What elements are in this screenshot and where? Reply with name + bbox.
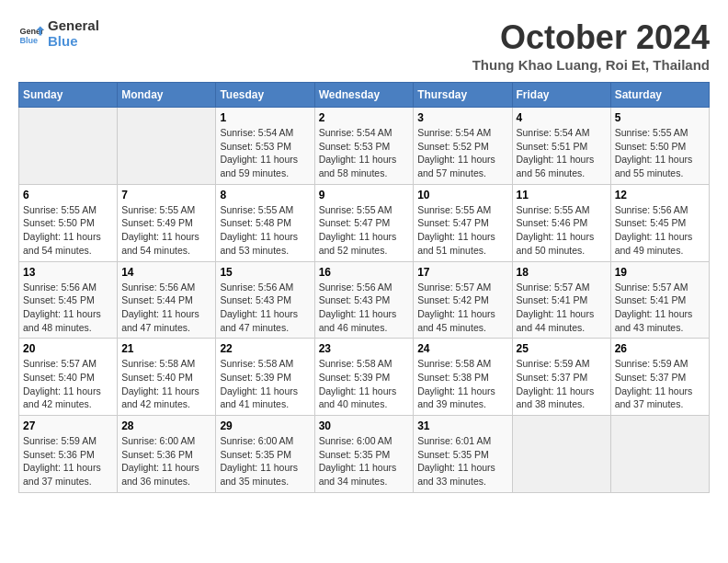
calendar-cell: 26Sunrise: 5:59 AMSunset: 5:37 PMDayligh… xyxy=(610,339,709,416)
calendar-cell: 2Sunrise: 5:54 AMSunset: 5:53 PMDaylight… xyxy=(314,108,414,185)
day-info: Sunrise: 5:57 AMSunset: 5:41 PMDaylight:… xyxy=(517,281,607,335)
day-info: Sunrise: 5:56 AMSunset: 5:43 PMDaylight:… xyxy=(220,281,310,335)
day-info: Sunrise: 5:57 AMSunset: 5:40 PMDaylight:… xyxy=(23,357,113,411)
day-number: 14 xyxy=(121,266,211,279)
weekday-header: Sunday xyxy=(19,83,118,108)
calendar-cell: 25Sunrise: 5:59 AMSunset: 5:37 PMDayligh… xyxy=(512,339,610,416)
calendar-cell: 20Sunrise: 5:57 AMSunset: 5:40 PMDayligh… xyxy=(19,339,118,416)
day-number: 22 xyxy=(220,342,310,355)
calendar-cell: 22Sunrise: 5:58 AMSunset: 5:39 PMDayligh… xyxy=(216,339,314,416)
day-number: 8 xyxy=(220,189,310,201)
day-number: 19 xyxy=(615,266,705,279)
page-header: General Blue General Blue October 2024 T… xyxy=(18,18,710,73)
calendar-cell: 13Sunrise: 5:56 AMSunset: 5:45 PMDayligh… xyxy=(19,261,118,339)
day-info: Sunrise: 5:59 AMSunset: 5:37 PMDaylight:… xyxy=(615,357,705,411)
day-number: 3 xyxy=(417,111,507,124)
day-number: 2 xyxy=(319,111,410,124)
calendar-cell: 16Sunrise: 5:56 AMSunset: 5:43 PMDayligh… xyxy=(314,261,414,339)
calendar-week-row: 27Sunrise: 5:59 AMSunset: 5:36 PMDayligh… xyxy=(19,416,710,493)
calendar-week-row: 13Sunrise: 5:56 AMSunset: 5:45 PMDayligh… xyxy=(19,261,710,339)
weekday-header: Thursday xyxy=(414,83,512,108)
calendar-cell: 5Sunrise: 5:55 AMSunset: 5:50 PMDaylight… xyxy=(610,108,709,185)
day-info: Sunrise: 5:57 AMSunset: 5:42 PMDaylight:… xyxy=(417,281,507,335)
day-number: 30 xyxy=(319,419,410,432)
calendar-cell: 28Sunrise: 6:00 AMSunset: 5:36 PMDayligh… xyxy=(118,416,216,493)
day-number: 11 xyxy=(517,189,607,201)
day-number: 1 xyxy=(220,111,310,124)
day-info: Sunrise: 5:56 AMSunset: 5:45 PMDaylight:… xyxy=(615,203,705,258)
day-number: 18 xyxy=(517,266,607,279)
calendar-cell: 12Sunrise: 5:56 AMSunset: 5:45 PMDayligh… xyxy=(610,184,709,261)
day-info: Sunrise: 6:00 AMSunset: 5:35 PMDaylight:… xyxy=(220,434,310,488)
day-number: 7 xyxy=(121,189,211,201)
day-number: 27 xyxy=(23,419,113,432)
day-number: 21 xyxy=(121,342,211,355)
day-number: 25 xyxy=(517,342,607,355)
calendar-cell xyxy=(610,416,709,493)
weekday-header: Tuesday xyxy=(216,83,314,108)
day-info: Sunrise: 5:55 AMSunset: 5:46 PMDaylight:… xyxy=(517,203,607,258)
location: Thung Khao Luang, Roi Et, Thailand xyxy=(472,57,710,73)
calendar-week-row: 20Sunrise: 5:57 AMSunset: 5:40 PMDayligh… xyxy=(19,339,710,416)
day-info: Sunrise: 5:55 AMSunset: 5:48 PMDaylight:… xyxy=(220,203,310,258)
calendar-cell: 7Sunrise: 5:55 AMSunset: 5:49 PMDaylight… xyxy=(118,184,216,261)
calendar-cell: 27Sunrise: 5:59 AMSunset: 5:36 PMDayligh… xyxy=(19,416,118,493)
weekday-header: Saturday xyxy=(610,83,709,108)
calendar-cell: 23Sunrise: 5:58 AMSunset: 5:39 PMDayligh… xyxy=(314,339,414,416)
day-info: Sunrise: 5:54 AMSunset: 5:53 PMDaylight:… xyxy=(220,126,310,180)
calendar-cell: 18Sunrise: 5:57 AMSunset: 5:41 PMDayligh… xyxy=(512,261,610,339)
day-info: Sunrise: 5:58 AMSunset: 5:38 PMDaylight:… xyxy=(417,357,507,411)
calendar-cell: 21Sunrise: 5:58 AMSunset: 5:40 PMDayligh… xyxy=(118,339,216,416)
day-number: 9 xyxy=(319,189,410,201)
day-number: 20 xyxy=(23,342,113,355)
day-number: 4 xyxy=(517,111,607,124)
day-info: Sunrise: 5:58 AMSunset: 5:40 PMDaylight:… xyxy=(121,357,211,411)
calendar-cell: 10Sunrise: 5:55 AMSunset: 5:47 PMDayligh… xyxy=(414,184,512,261)
svg-text:Blue: Blue xyxy=(19,35,38,44)
day-info: Sunrise: 5:58 AMSunset: 5:39 PMDaylight:… xyxy=(220,357,310,411)
calendar-cell: 30Sunrise: 6:00 AMSunset: 5:35 PMDayligh… xyxy=(314,416,414,493)
calendar-cell: 15Sunrise: 5:56 AMSunset: 5:43 PMDayligh… xyxy=(216,261,314,339)
day-info: Sunrise: 6:00 AMSunset: 5:36 PMDaylight:… xyxy=(121,434,211,488)
day-info: Sunrise: 5:57 AMSunset: 5:41 PMDaylight:… xyxy=(615,281,705,335)
calendar-week-row: 6Sunrise: 5:55 AMSunset: 5:50 PMDaylight… xyxy=(19,184,710,261)
day-number: 28 xyxy=(121,419,211,432)
day-info: Sunrise: 5:56 AMSunset: 5:44 PMDaylight:… xyxy=(121,281,211,335)
calendar-week-row: 1Sunrise: 5:54 AMSunset: 5:53 PMDaylight… xyxy=(19,108,710,185)
calendar-cell: 14Sunrise: 5:56 AMSunset: 5:44 PMDayligh… xyxy=(118,261,216,339)
weekday-header: Monday xyxy=(118,83,216,108)
calendar-cell: 4Sunrise: 5:54 AMSunset: 5:51 PMDaylight… xyxy=(512,108,610,185)
calendar-cell: 9Sunrise: 5:55 AMSunset: 5:47 PMDaylight… xyxy=(314,184,414,261)
day-info: Sunrise: 5:56 AMSunset: 5:45 PMDaylight:… xyxy=(23,281,113,335)
calendar-body: 1Sunrise: 5:54 AMSunset: 5:53 PMDaylight… xyxy=(19,108,710,493)
day-info: Sunrise: 6:00 AMSunset: 5:35 PMDaylight:… xyxy=(319,434,410,488)
day-number: 29 xyxy=(220,419,310,432)
day-number: 23 xyxy=(319,342,410,355)
calendar-cell: 24Sunrise: 5:58 AMSunset: 5:38 PMDayligh… xyxy=(414,339,512,416)
day-number: 13 xyxy=(23,266,113,279)
calendar-cell: 31Sunrise: 6:01 AMSunset: 5:35 PMDayligh… xyxy=(414,416,512,493)
day-info: Sunrise: 6:01 AMSunset: 5:35 PMDaylight:… xyxy=(417,434,507,488)
calendar-cell xyxy=(118,108,216,185)
calendar-cell: 19Sunrise: 5:57 AMSunset: 5:41 PMDayligh… xyxy=(610,261,709,339)
calendar-cell: 1Sunrise: 5:54 AMSunset: 5:53 PMDaylight… xyxy=(216,108,314,185)
day-info: Sunrise: 5:58 AMSunset: 5:39 PMDaylight:… xyxy=(319,357,410,411)
day-info: Sunrise: 5:56 AMSunset: 5:43 PMDaylight:… xyxy=(319,281,410,335)
day-info: Sunrise: 5:55 AMSunset: 5:47 PMDaylight:… xyxy=(319,203,410,258)
title-block: October 2024 Thung Khao Luang, Roi Et, T… xyxy=(472,18,710,73)
day-info: Sunrise: 5:59 AMSunset: 5:37 PMDaylight:… xyxy=(517,357,607,411)
day-number: 10 xyxy=(417,189,507,201)
weekday-header: Friday xyxy=(512,83,610,108)
day-number: 31 xyxy=(417,419,507,432)
day-info: Sunrise: 5:55 AMSunset: 5:49 PMDaylight:… xyxy=(121,203,211,258)
day-info: Sunrise: 5:55 AMSunset: 5:47 PMDaylight:… xyxy=(417,203,507,258)
calendar-table: SundayMondayTuesdayWednesdayThursdayFrid… xyxy=(18,82,710,493)
calendar-header-row: SundayMondayTuesdayWednesdayThursdayFrid… xyxy=(19,83,710,108)
calendar-cell xyxy=(512,416,610,493)
day-info: Sunrise: 5:54 AMSunset: 5:51 PMDaylight:… xyxy=(517,126,607,180)
calendar-cell: 3Sunrise: 5:54 AMSunset: 5:52 PMDaylight… xyxy=(414,108,512,185)
day-info: Sunrise: 5:54 AMSunset: 5:52 PMDaylight:… xyxy=(417,126,507,180)
day-number: 12 xyxy=(615,189,705,201)
day-info: Sunrise: 5:55 AMSunset: 5:50 PMDaylight:… xyxy=(615,126,705,180)
calendar-cell: 11Sunrise: 5:55 AMSunset: 5:46 PMDayligh… xyxy=(512,184,610,261)
